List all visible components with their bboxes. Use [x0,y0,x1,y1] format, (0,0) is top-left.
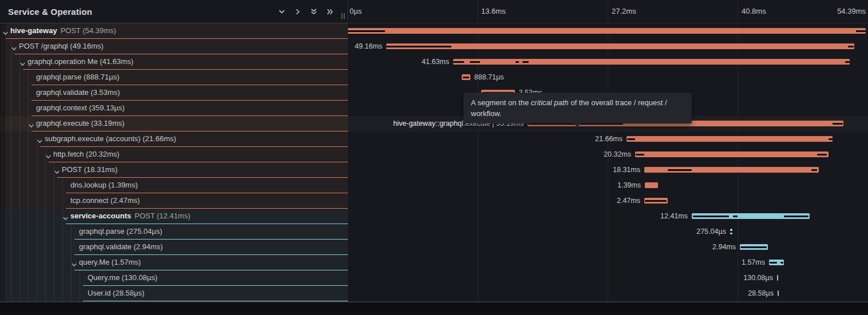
span-row[interactable]: graphql.parse (275.04µs)275.04µs [0,224,868,240]
span-row[interactable]: POST /graphql (49.16ms)49.16ms [0,39,868,54]
span-name-cell[interactable]: POST /graphql (49.16ms) [0,39,348,54]
span-timeline-cell[interactable]: 41.63ms [348,54,868,70]
panel-title: Service & Operation [0,7,277,17]
span-bar[interactable] [635,151,829,157]
service-name: hive-gateway [10,26,57,35]
critical-path-segment [833,123,843,125]
critical-path-tooltip: A segment on the critical path of the ov… [463,93,692,123]
span-name-cell[interactable]: hive-gatewayPOST (54.39ms) [0,23,348,39]
span-timeline-cell[interactable]: 2.47ms [348,193,868,209]
chevron-down-icon[interactable] [277,7,286,16]
span-row[interactable]: hive-gatewayPOST (54.39ms) [0,23,868,39]
span-name-cell[interactable]: graphql.validate (3.53ms) [0,85,348,101]
span-duration-label: 275.04µs [696,224,726,240]
axis-tick-label: 40.8ms [742,0,766,23]
span-row[interactable]: graphql.operation Me (41.63ms)41.63ms [0,54,868,70]
span-name-cell[interactable]: POST (18.31ms) [0,162,348,178]
span-timeline-cell[interactable]: 1.57ms [348,255,868,270]
span-name-cell[interactable]: graphql.parse (275.04µs) [0,224,348,240]
span-name-cell[interactable]: service-accountsPOST (12.41ms) [0,209,348,224]
chevron-down-icon[interactable] [71,260,77,270]
double-chevron-down-icon[interactable] [309,7,318,16]
row-gutter [0,240,5,255]
span-bar[interactable] [645,182,658,188]
span-name-cell[interactable]: Query.me (130.08µs) [0,270,348,286]
indent-guides [2,270,86,286]
chevron-down-icon[interactable] [54,168,60,178]
chevron-right-icon[interactable] [293,7,302,16]
row-gutter [0,270,5,286]
span-name: graphql.validate (2.94ms) [79,240,163,254]
span-duration-label: 12.41ms [660,209,688,224]
span-name-cell[interactable]: graphql.parse (888.71µs) [0,70,348,85]
span-name-cell[interactable]: User.id (28.58µs) [0,286,348,301]
chevron-down-icon[interactable] [37,137,43,147]
row-gutter [0,54,5,70]
critical-path-segment [516,61,519,63]
span-row[interactable]: http.fetch (20.32ms)20.32ms [0,147,868,162]
chevron-down-icon[interactable] [19,59,26,70]
critical-path-segment [636,154,644,155]
span-timeline-cell[interactable]: 28.58µs [348,286,868,301]
span-name-cell[interactable]: graphql.operation Me (41.63ms) [0,54,348,70]
span-bar[interactable] [777,275,778,281]
span-name: POST (18.31ms) [62,162,117,177]
span-timeline-cell[interactable] [348,23,868,39]
double-chevron-right-icon[interactable] [325,7,334,16]
span-name-cell[interactable]: graphql.context (359.13µs) [0,101,348,116]
span-row[interactable]: User.id (28.58µs)28.58µs [0,286,868,301]
span-name-cell[interactable]: tcp.connect (2.47ms) [0,193,348,209]
span-timeline-cell[interactable]: 275.04µs [348,224,868,240]
span-timeline-cell[interactable]: 12.41ms [348,209,868,224]
span-row[interactable]: graphql.execute (33.19ms)hive-gateway::g… [0,116,868,131]
row-gutter [0,178,5,193]
span-bar[interactable] [627,136,833,142]
span-name-cell[interactable]: dns.lookup (1.39ms) [0,178,348,193]
critical-path-segment [856,30,866,32]
span-name: graphql.parse (888.71µs) [36,70,120,85]
span-timeline-cell[interactable]: 18.31ms [348,162,868,178]
span-timeline-cell[interactable]: 888.71µs [348,70,868,85]
span-duration-label: 2.94ms [712,240,736,255]
chevron-down-icon[interactable] [11,44,17,54]
span-timeline-cell[interactable]: 49.16ms [348,39,868,54]
row-gutter [0,116,5,131]
indent-guides [2,178,69,193]
span-name-cell[interactable]: subgraph.execute (accounts) (21.66ms) [0,131,348,147]
span-timeline-cell[interactable]: 2.94ms [348,240,868,255]
span-row[interactable]: query.Me (1.57ms)1.57ms [0,255,868,270]
span-name-cell[interactable]: query.Me (1.57ms) [0,255,348,270]
indent-guides [2,224,78,240]
span-row[interactable]: dns.lookup (1.39ms)1.39ms [0,178,868,193]
span-row[interactable]: subgraph.execute (accounts) (21.66ms)21.… [0,131,868,147]
span-row[interactable]: graphql.parse (888.71µs)888.71µs [0,70,868,85]
axis-gridline [738,0,738,23]
chevron-down-icon[interactable] [28,121,34,131]
span-row[interactable]: service-accountsPOST (12.41ms)12.41ms [0,209,868,224]
span-name-cell[interactable]: http.fetch (20.32ms) [0,147,348,162]
span-timeline-cell[interactable]: 1.39ms [348,178,868,193]
span-row[interactable]: graphql.validate (3.53ms)3.53ms [0,85,868,101]
span-row[interactable]: Query.me (130.08µs)130.08µs [0,270,868,286]
span-row[interactable]: tcp.connect (2.47ms)2.47ms [0,193,868,209]
span-timeline-cell[interactable]: 21.66ms [348,131,868,147]
span-row[interactable]: POST (18.31ms)18.31ms [0,162,868,178]
span-timeline-cell[interactable]: 130.08µs [348,270,868,286]
span-duration-label: 49.16ms [355,39,382,54]
span-bar[interactable] [348,28,866,34]
span-name-cell[interactable]: graphql.execute (33.19ms) [0,116,348,131]
chevron-down-icon[interactable] [45,152,51,162]
span-bar[interactable] [386,43,854,49]
indent-guides [2,101,35,116]
panel-resize-handle[interactable] [342,13,344,19]
span-bar[interactable] [778,290,779,296]
tooltip-text-italic: critical path [531,98,569,107]
span-row[interactable]: graphql.context (359.13µs)359.13µs [0,101,868,116]
indent-guides [2,209,64,224]
chevron-down-icon[interactable] [2,29,9,39]
span-row[interactable]: graphql.validate (2.94ms)2.94ms [0,240,868,255]
span-bar[interactable] [453,59,850,65]
span-name-cell[interactable]: graphql.validate (2.94ms) [0,240,348,255]
chevron-down-icon[interactable] [62,214,69,224]
span-timeline-cell[interactable]: 20.32ms [348,147,868,162]
